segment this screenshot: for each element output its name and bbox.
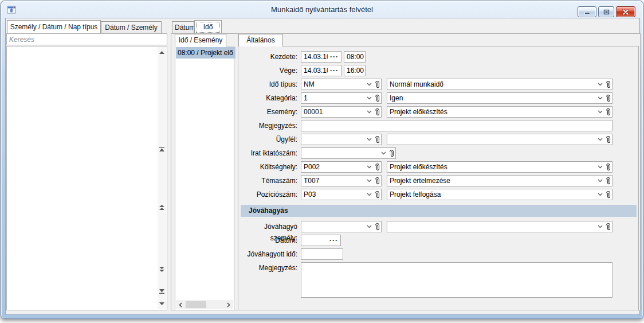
chevron-down-icon[interactable]: [365, 110, 374, 114]
vege-date-field[interactable]: ···: [301, 65, 341, 76]
pozicioszam-code-combo[interactable]: [301, 189, 382, 200]
person-list[interactable]: [6, 46, 167, 310]
tab-altalanos[interactable]: Általános: [238, 34, 283, 46]
pozicioszam-code-input[interactable]: [301, 190, 365, 199]
esemeny-code-input[interactable]: [301, 107, 365, 116]
page-down-icon[interactable]: [159, 266, 165, 273]
paperclip-icon[interactable]: [374, 191, 381, 199]
irat-iktatoszam-input[interactable]: [301, 149, 379, 158]
kategoria-code-input[interactable]: [301, 94, 365, 103]
paperclip-icon[interactable]: [388, 150, 395, 157]
jovahagyo-szemely-name-combo[interactable]: [387, 221, 612, 232]
tab-datum-szemely[interactable]: Dátum / Személy: [101, 21, 162, 33]
chevron-down-icon[interactable]: [365, 83, 374, 86]
esemeny-name-combo[interactable]: [387, 106, 612, 118]
vege-time-input[interactable]: [344, 66, 365, 75]
chevron-down-icon[interactable]: [596, 138, 604, 141]
vege-time-field[interactable]: [344, 65, 366, 76]
title-bar[interactable]: Munkaidő nyilvántartás felvétel: [1, 1, 643, 18]
vege-date-input[interactable]: [301, 66, 329, 75]
scroll-right-icon[interactable]: [225, 301, 233, 309]
scroll-left-icon[interactable]: [176, 301, 184, 309]
koltseghely-name-input[interactable]: [387, 162, 596, 172]
jovahagyas-datum-input[interactable]: [301, 236, 328, 245]
pozicioszam-name-combo[interactable]: [387, 189, 612, 200]
ugyfel-code-combo[interactable]: [301, 134, 382, 145]
kategoria-name-input[interactable]: [387, 94, 596, 103]
kezdete-time-field[interactable]: [344, 51, 366, 63]
temaszam-code-combo[interactable]: [301, 175, 382, 186]
paperclip-icon[interactable]: [604, 223, 612, 231]
koltseghely-code-input[interactable]: [301, 162, 365, 172]
paperclip-icon[interactable]: [604, 136, 612, 143]
paperclip-icon[interactable]: [374, 164, 381, 171]
temaszam-code-input[interactable]: [301, 176, 365, 185]
koltseghely-code-combo[interactable]: [301, 161, 382, 173]
koltseghely-name-combo[interactable]: [387, 161, 612, 173]
scrollbar-thumb[interactable]: [186, 301, 206, 308]
search-input[interactable]: [7, 34, 167, 45]
paperclip-icon[interactable]: [374, 223, 381, 231]
chevron-down-icon[interactable]: [596, 96, 604, 100]
ugyfel-code-input[interactable]: [301, 135, 365, 144]
scroll-bottom-icon[interactable]: [159, 288, 165, 294]
paperclip-icon[interactable]: [604, 177, 612, 185]
vertical-scrollbar[interactable]: [158, 47, 166, 309]
esemeny-name-input[interactable]: [387, 107, 596, 116]
ellipsis-icon[interactable]: ···: [329, 65, 341, 76]
chevron-down-icon[interactable]: [596, 110, 604, 114]
close-button[interactable]: [616, 6, 635, 17]
paperclip-icon[interactable]: [374, 81, 381, 88]
tab-datum[interactable]: Dátum: [172, 21, 194, 33]
paperclip-icon[interactable]: [604, 191, 612, 199]
jovahagyo-szemely-code-combo[interactable]: [301, 221, 382, 232]
pozicioszam-name-input[interactable]: [387, 190, 596, 199]
restore-button[interactable]: [598, 6, 614, 17]
kategoria-code-combo[interactable]: [301, 92, 382, 104]
ugyfel-name-combo[interactable]: [387, 134, 612, 145]
paperclip-icon[interactable]: [604, 164, 612, 171]
page-up-icon[interactable]: [159, 204, 165, 211]
kezdete-date-field[interactable]: ···: [301, 51, 341, 63]
chevron-down-icon[interactable]: [365, 138, 374, 141]
jovahagyas-megjegyzes-input[interactable]: [301, 263, 612, 297]
paperclip-icon[interactable]: [374, 95, 381, 102]
ellipsis-icon[interactable]: ···: [328, 235, 340, 246]
paperclip-icon[interactable]: [374, 177, 381, 185]
minimize-button[interactable]: [578, 6, 596, 17]
kezdete-date-input[interactable]: [301, 52, 329, 61]
chevron-down-icon[interactable]: [365, 193, 374, 196]
esemeny-code-combo[interactable]: [301, 106, 382, 118]
tab-ido[interactable]: Idő: [194, 20, 222, 33]
ugyfel-name-input[interactable]: [387, 135, 596, 144]
jovahagyo-szemely-name-input[interactable]: [387, 222, 596, 231]
paperclip-icon[interactable]: [604, 108, 612, 116]
kategoria-name-combo[interactable]: [387, 92, 612, 104]
scroll-down-icon[interactable]: [159, 301, 165, 307]
irat-iktatoszam-combo[interactable]: [301, 147, 396, 159]
chevron-down-icon[interactable]: [365, 225, 374, 228]
chevron-down-icon[interactable]: [596, 83, 604, 86]
temaszam-name-combo[interactable]: [387, 175, 612, 186]
jovahagyas-datum-field[interactable]: ···: [301, 235, 341, 246]
tab-ido-esemeny[interactable]: Idő / Esemény: [175, 34, 226, 46]
chevron-down-icon[interactable]: [379, 151, 388, 155]
megjegyzes-input[interactable]: [301, 121, 612, 130]
paperclip-icon[interactable]: [604, 95, 612, 102]
ido-tipus-name-combo[interactable]: [387, 79, 612, 90]
event-list-selected-item[interactable]: 08:00 / Projekt elő: [176, 47, 235, 59]
kezdete-time-input[interactable]: [344, 52, 365, 61]
jovahagyott-ido-field[interactable]: [301, 248, 343, 260]
ido-tipus-name-input[interactable]: [387, 80, 596, 89]
chevron-down-icon[interactable]: [365, 96, 374, 100]
paperclip-icon[interactable]: [604, 81, 612, 88]
temaszam-name-input[interactable]: [387, 176, 596, 185]
chevron-down-icon[interactable]: [365, 165, 374, 169]
ido-tipus-code-combo[interactable]: [301, 79, 382, 90]
chevron-down-icon[interactable]: [596, 179, 604, 182]
ido-tipus-code-input[interactable]: [301, 80, 365, 89]
scroll-top-icon[interactable]: [159, 146, 165, 152]
chevron-down-icon[interactable]: [365, 179, 374, 182]
ellipsis-icon[interactable]: ···: [329, 52, 341, 62]
megjegyzes-field[interactable]: [301, 120, 612, 131]
